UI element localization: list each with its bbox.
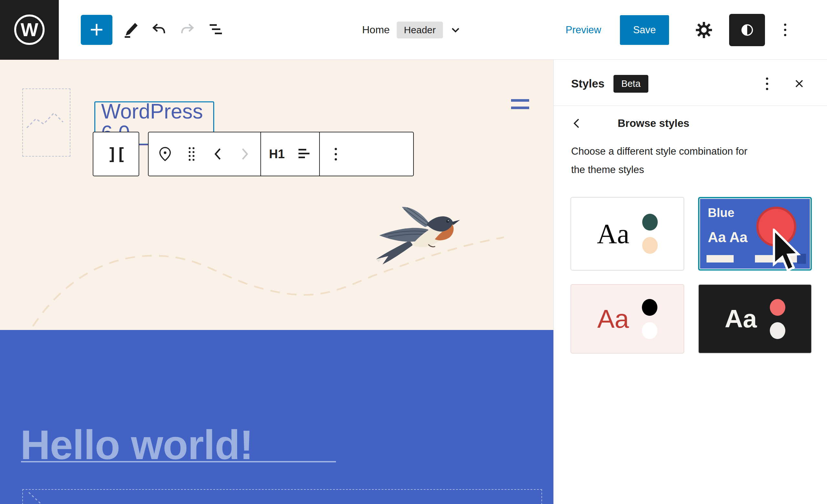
- variation-name-label: Blue: [708, 206, 734, 220]
- styles-sidebar: Styles Beta Browse styles Choose a diffe…: [553, 60, 827, 504]
- heading-level-label: H1: [269, 147, 285, 161]
- styles-description: Choose a different style combination for…: [554, 133, 822, 179]
- zigzag-placeholder-icon: [23, 89, 70, 156]
- browse-styles-title: Browse styles: [618, 117, 689, 130]
- template-part-icon: ][: [107, 144, 125, 164]
- pencil-icon: [122, 21, 139, 38]
- styles-options-button[interactable]: [758, 74, 776, 93]
- align-text-icon: [296, 147, 311, 161]
- template-part-parent-button[interactable]: ][: [93, 132, 139, 176]
- toolbar-divider: [319, 132, 320, 176]
- undo-icon: [151, 21, 167, 38]
- beta-badge: Beta: [614, 75, 648, 93]
- navigation-menu-icon[interactable]: [511, 99, 529, 110]
- color-dot: [770, 322, 785, 339]
- close-styles-button[interactable]: [790, 74, 808, 93]
- style-variations-grid: Aa Blue Aa Aa Aa: [571, 197, 827, 354]
- preview-button[interactable]: Preview: [566, 24, 601, 36]
- styles-button[interactable]: [729, 14, 765, 46]
- block-options-button[interactable]: [323, 135, 349, 173]
- close-icon: [793, 78, 806, 90]
- list-view-icon: [208, 21, 224, 38]
- color-dot: [642, 214, 658, 231]
- editor-topbar: W: [0, 0, 827, 60]
- tools-button[interactable]: [120, 15, 141, 45]
- color-dots: [642, 299, 658, 339]
- color-dot: [770, 299, 785, 316]
- chevron-left-icon: [212, 147, 224, 161]
- chevron-right-icon: [239, 147, 250, 161]
- hero-separator: [21, 461, 336, 462]
- image-placeholder-block[interactable]: [22, 89, 70, 157]
- wordpress-logo-button[interactable]: W: [0, 0, 59, 60]
- wordpress-site-editor: W: [0, 0, 827, 504]
- drag-handle-icon: [184, 146, 199, 162]
- browse-styles-nav[interactable]: Browse styles: [554, 106, 827, 133]
- style-variation-card-default[interactable]: Aa: [571, 197, 684, 270]
- options-icon: [784, 23, 786, 36]
- lower-placeholder-block[interactable]: [22, 489, 542, 504]
- accent-circle: [756, 207, 796, 247]
- style-variation-card-dark[interactable]: Aa: [698, 284, 812, 354]
- document-title: Home: [362, 24, 390, 36]
- hero-cover-block: Hello world!: [0, 330, 553, 504]
- topbar-right-tools: Preview Save: [566, 0, 827, 60]
- font-sample: Aa: [725, 304, 757, 334]
- drag-handle[interactable]: [178, 135, 205, 173]
- style-variation-card-blue[interactable]: Blue Aa Aa: [698, 197, 812, 270]
- options-icon: [335, 148, 337, 160]
- options-menu-button[interactable]: [778, 15, 792, 45]
- redo-button[interactable]: [177, 15, 198, 45]
- wordpress-logo-icon: W: [13, 13, 46, 47]
- styles-panel-title: Styles: [571, 77, 604, 90]
- styles-panel-header: Styles Beta: [554, 60, 827, 106]
- document-switcher[interactable]: Home Header: [362, 0, 461, 60]
- font-sample: Aa Aa: [708, 229, 747, 245]
- back-icon: [571, 117, 582, 130]
- styles-icon: [738, 21, 756, 39]
- site-title-block-icon-button[interactable]: [152, 135, 178, 173]
- color-dot: [642, 237, 658, 254]
- flight-path-decoration: [0, 60, 553, 330]
- template-part-badge: Header: [397, 21, 443, 39]
- color-dots: [770, 299, 785, 339]
- block-toolbar: H1: [148, 132, 414, 176]
- move-left-button[interactable]: [205, 135, 231, 173]
- settings-button[interactable]: [693, 15, 714, 45]
- options-icon: [766, 78, 768, 90]
- chevron-down-icon: [450, 25, 461, 35]
- list-view-button[interactable]: [205, 15, 226, 45]
- font-sample: Aa: [597, 304, 629, 334]
- align-text-button[interactable]: [290, 135, 317, 173]
- svg-text:W: W: [21, 19, 39, 40]
- bird-illustration[interactable]: [372, 204, 465, 269]
- move-right-button[interactable]: [231, 135, 258, 173]
- undo-button[interactable]: [149, 15, 169, 45]
- editor-canvas: WordPress 6.0 ][: [0, 60, 553, 504]
- gear-icon: [695, 21, 713, 39]
- pin-icon: [157, 146, 173, 162]
- plus-icon: [88, 21, 105, 38]
- button-preview-bar: [707, 255, 734, 262]
- zigzag-placeholder-icon: [28, 491, 50, 504]
- redo-icon: [179, 21, 195, 38]
- block-inserter-button[interactable]: [81, 15, 112, 45]
- font-sample: Aa: [597, 218, 629, 250]
- style-variation-card-pink[interactable]: Aa: [571, 284, 684, 354]
- save-button[interactable]: Save: [620, 15, 669, 45]
- color-dot: [642, 322, 658, 339]
- color-dot: [642, 299, 658, 316]
- toolbar-divider: [260, 132, 261, 176]
- topbar-left-tools: W: [0, 0, 226, 60]
- color-chip: [797, 254, 806, 264]
- color-dots: [642, 214, 658, 254]
- heading-level-button[interactable]: H1: [263, 135, 290, 173]
